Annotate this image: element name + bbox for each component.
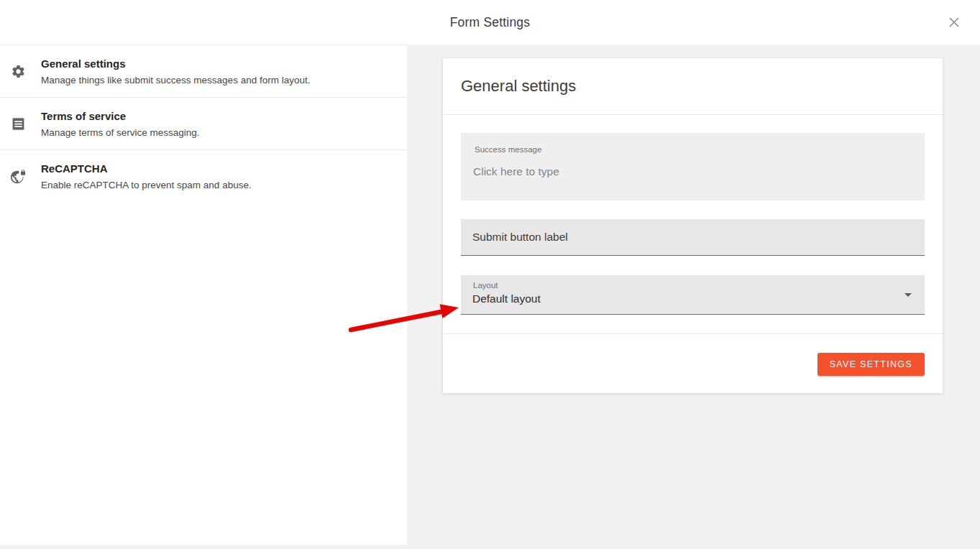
layout-label: Layout xyxy=(472,281,913,290)
nav-item-general-settings[interactable]: General settings Manage things like subm… xyxy=(0,45,407,98)
modal-title: Form Settings xyxy=(450,15,531,30)
card-header: General settings xyxy=(443,58,943,115)
settings-nav: General settings Manage things like subm… xyxy=(0,45,407,545)
nav-item-text: General settings Manage things like subm… xyxy=(41,57,324,86)
close-button[interactable] xyxy=(940,8,968,37)
success-message-field[interactable]: Success message Click here to type xyxy=(461,133,925,200)
nav-item-description: Manage things like submit success messag… xyxy=(41,75,310,86)
modal-header: Form Settings xyxy=(0,0,980,45)
nav-item-title: Terms of service xyxy=(41,110,200,122)
nav-item-recaptcha[interactable]: ReCAPTCHA Enable reCAPTCHA to prevent sp… xyxy=(0,150,407,203)
nav-item-terms-of-service[interactable]: Terms of service Manage terms of service… xyxy=(0,98,407,150)
card-title: General settings xyxy=(461,77,576,96)
success-message-input[interactable]: Click here to type xyxy=(473,165,912,178)
layout-select[interactable]: Layout Default layout xyxy=(461,275,925,315)
general-settings-card: General settings Success message Click h… xyxy=(442,57,943,394)
nav-item-text: ReCAPTCHA Enable reCAPTCHA to prevent sp… xyxy=(41,162,266,190)
receipt-icon xyxy=(0,116,36,132)
submit-button-label-field[interactable]: Submit button label xyxy=(461,219,925,256)
save-settings-button[interactable]: SAVE SETTINGS xyxy=(818,353,925,376)
success-message-label: Success message xyxy=(473,145,912,154)
submit-button-label-input[interactable]: Submit button label xyxy=(472,231,568,244)
card-footer: SAVE SETTINGS xyxy=(443,333,943,394)
nav-item-title: General settings xyxy=(41,57,310,70)
layout-select-value: Default layout xyxy=(472,292,913,305)
nav-item-description: Manage terms of service messaging. xyxy=(41,127,200,138)
form-settings-modal: Form Settings General settings Manage th… xyxy=(0,0,980,549)
globe-lock-icon xyxy=(0,169,36,185)
nav-item-title: ReCAPTCHA xyxy=(41,162,252,175)
card-body: Success message Click here to type Submi… xyxy=(443,115,943,333)
chevron-down-icon xyxy=(905,293,912,297)
settings-content: General settings Success message Click h… xyxy=(407,45,980,545)
nav-item-description: Enable reCAPTCHA to prevent spam and abu… xyxy=(41,180,252,190)
close-icon xyxy=(947,15,961,29)
nav-item-text: Terms of service Manage terms of service… xyxy=(41,110,214,138)
gear-icon xyxy=(0,64,36,79)
